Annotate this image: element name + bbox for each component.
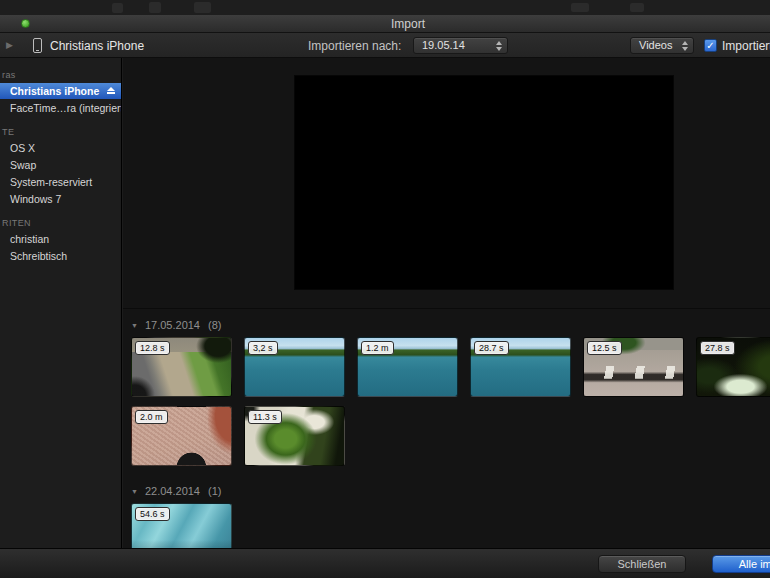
background-toolbar-icon xyxy=(112,3,123,13)
clip-browser: ▼17.05.2014(8)12.8 s3,2 s1.2 m28.7 s12.5… xyxy=(123,309,770,572)
eject-icon[interactable] xyxy=(106,86,116,96)
video-preview-pane xyxy=(294,75,674,290)
clip-group-header[interactable]: ▼17.05.2014(8) xyxy=(131,319,770,331)
clip-thumbnail[interactable]: 3,2 s xyxy=(244,337,345,397)
device-name-label: Christians iPhone xyxy=(50,39,144,53)
import-destination-value: 19.05.14 xyxy=(422,39,465,51)
sidebar-item-label: Windows 7 xyxy=(10,193,61,205)
sidebar-item[interactable]: Schreibtisch xyxy=(0,248,121,264)
imported-checkbox-label[interactable]: Importierte xyxy=(722,39,770,53)
sidebar-item-label: OS X xyxy=(10,142,35,154)
clip-thumbnail[interactable]: 2.0 m xyxy=(131,406,232,466)
background-toolbar-icon xyxy=(149,2,161,13)
sidebar-item-label: Swap xyxy=(10,159,36,171)
clip-duration-badge: 54.6 s xyxy=(135,507,170,521)
sidebar-item[interactable]: OS X xyxy=(0,140,121,156)
clip-duration-badge: 28.7 s xyxy=(474,341,509,355)
imported-checkbox[interactable]: ✓ xyxy=(704,39,717,52)
sidebar-item[interactable]: FaceTime…ra (integriert) xyxy=(0,100,121,116)
import-to-label: Importieren nach: xyxy=(308,39,401,53)
stepper-arrows-icon xyxy=(495,41,502,51)
import-all-button[interactable]: Alle importieren xyxy=(712,555,770,573)
window-title: Import xyxy=(0,17,770,31)
sidebar-section-header: RITEN xyxy=(2,218,121,228)
import-destination-dropdown[interactable]: 19.05.14 xyxy=(413,37,508,54)
clip-group-header[interactable]: ▼22.04.2014(1) xyxy=(131,485,770,497)
sidebar: rasChristians iPhoneFaceTime…ra (integri… xyxy=(0,58,122,548)
eject-bar xyxy=(107,92,115,94)
clip-duration-badge: 12.5 s xyxy=(587,341,622,355)
eject-triangle xyxy=(107,87,115,91)
device-indicator: Christians iPhone xyxy=(33,37,144,54)
clip-duration-badge: 1.2 m xyxy=(361,341,394,355)
disclosure-arrow-icon[interactable]: ▶ xyxy=(6,40,13,50)
clip-duration-badge: 27.8 s xyxy=(700,341,735,355)
sidebar-item[interactable]: Christians iPhone xyxy=(0,83,121,99)
media-filter-value: Videos xyxy=(639,39,672,51)
clip-thumbnail[interactable]: 27.8 s xyxy=(696,337,770,397)
group-count-label: (8) xyxy=(208,319,221,331)
sidebar-item[interactable]: Swap xyxy=(0,157,121,173)
clip-duration-badge: 12.8 s xyxy=(135,341,170,355)
clip-grid: 12.8 s3,2 s1.2 m28.7 s12.5 s27.8 s2.0 m1… xyxy=(131,337,770,475)
sidebar-item-label: FaceTime…ra (integriert) xyxy=(10,102,121,114)
clip-thumbnail[interactable]: 28.7 s xyxy=(470,337,571,397)
sidebar-item-label: System-reserviert xyxy=(10,176,92,188)
footer-bar: Schließen Alle importieren xyxy=(0,548,770,578)
iphone-icon xyxy=(33,38,42,53)
background-toolbar-icon xyxy=(630,3,644,12)
clip-duration-badge: 3,2 s xyxy=(248,341,278,355)
sidebar-item-label: christian xyxy=(10,233,49,245)
title-bar: Import xyxy=(0,15,770,33)
sidebar-item-label: Schreibtisch xyxy=(10,250,67,262)
toolbar: ▶ Christians iPhone Importieren nach: 19… xyxy=(0,33,770,58)
clip-thumbnail[interactable]: 12.8 s xyxy=(131,337,232,397)
clip-thumbnail[interactable]: 12.5 s xyxy=(583,337,684,397)
background-app-strip xyxy=(0,0,770,15)
group-date-label: 22.04.2014 xyxy=(145,485,200,497)
disclosure-triangle-icon[interactable]: ▼ xyxy=(131,488,138,495)
main-area: ▼17.05.2014(8)12.8 s3,2 s1.2 m28.7 s12.5… xyxy=(123,58,770,548)
close-button[interactable]: Schließen xyxy=(598,555,686,573)
clip-duration-badge: 11.3 s xyxy=(248,410,282,424)
disclosure-triangle-icon[interactable]: ▼ xyxy=(131,322,138,329)
sidebar-section-header: TE xyxy=(2,127,121,137)
background-toolbar-icon xyxy=(194,2,211,13)
sidebar-item[interactable]: christian xyxy=(0,231,121,247)
media-filter-dropdown[interactable]: Videos xyxy=(630,37,694,54)
sidebar-item-label: Christians iPhone xyxy=(10,85,99,97)
sidebar-section-header: ras xyxy=(2,70,121,80)
clip-duration-badge: 2.0 m xyxy=(135,410,168,424)
background-toolbar-icon xyxy=(571,3,589,12)
clip-thumbnail[interactable]: 1.2 m xyxy=(357,337,458,397)
sidebar-item[interactable]: System-reserviert xyxy=(0,174,121,190)
sidebar-item[interactable]: Windows 7 xyxy=(0,191,121,207)
clip-thumbnail[interactable]: 11.3 s xyxy=(244,406,345,466)
stepper-arrows-icon xyxy=(681,41,688,51)
group-count-label: (1) xyxy=(208,485,221,497)
group-date-label: 17.05.2014 xyxy=(145,319,200,331)
